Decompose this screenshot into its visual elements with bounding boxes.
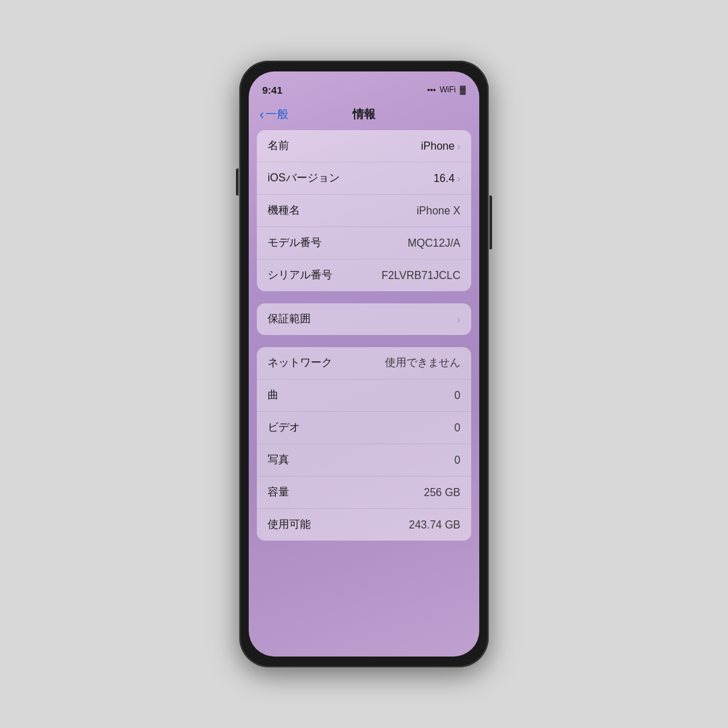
row-value-network: 使用できません	[385, 356, 460, 370]
row-value-name: iPhone ›	[421, 140, 461, 152]
chevron-right-icon: ›	[457, 173, 460, 184]
status-icons: ▪▪▪ WiFi ▓	[427, 85, 466, 94]
row-value-capacity: 256 GB	[424, 487, 460, 499]
wifi-icon: WiFi	[439, 85, 456, 94]
row-value-videos: 0	[454, 422, 460, 434]
row-value-available: 243.74 GB	[409, 519, 461, 531]
back-chevron-icon: ‹	[260, 107, 264, 122]
battery-icon: ▓	[460, 85, 466, 94]
table-row: ビデオ 0	[257, 412, 471, 444]
table-row[interactable]: 名前 iPhone ›	[257, 130, 471, 162]
table-row[interactable]: 保証範囲 ›	[257, 303, 471, 335]
row-label-ios: iOSバージョン	[268, 171, 340, 185]
phone-screen: 9:41 ▪▪▪ WiFi ▓ ‹ 一般 情報 名前 iPhone	[249, 71, 479, 657]
chevron-right-icon: ›	[457, 314, 460, 325]
table-row: シリアル番号 F2LVRB71JCLC	[257, 260, 471, 291]
row-label-songs: 曲	[268, 388, 278, 402]
status-bar: 9:41 ▪▪▪ WiFi ▓	[249, 71, 479, 101]
signal-icon: ▪▪▪	[427, 85, 435, 94]
row-label-name: 名前	[268, 139, 289, 153]
table-row: 機種名 iPhone X	[257, 195, 471, 227]
table-row: 曲 0	[257, 380, 471, 412]
table-row: 容量 256 GB	[257, 477, 471, 509]
row-label-network: ネットワーク	[268, 356, 332, 370]
row-label-warranty: 保証範囲	[268, 312, 311, 326]
phone-frame: 9:41 ▪▪▪ WiFi ▓ ‹ 一般 情報 名前 iPhone	[239, 61, 489, 667]
row-label-serial: シリアル番号	[268, 268, 332, 282]
row-value-warranty: ›	[457, 314, 460, 325]
back-label: 一般	[266, 107, 289, 122]
status-time: 9:41	[262, 84, 282, 96]
row-label-capacity: 容量	[268, 485, 289, 499]
row-value-songs: 0	[454, 390, 460, 402]
warranty-section: 保証範囲 ›	[257, 303, 471, 335]
back-button[interactable]: ‹ 一般	[260, 107, 289, 122]
storage-section: ネットワーク 使用できません 曲 0 ビデオ 0	[257, 347, 471, 541]
content-area: 名前 iPhone › iOSバージョン 16.4 › 機種名	[249, 130, 479, 657]
row-label-videos: ビデオ	[268, 421, 300, 435]
row-label-model-name: 機種名	[268, 204, 300, 218]
row-value-photos: 0	[454, 454, 460, 466]
row-value-model-number: MQC12J/A	[408, 237, 460, 249]
row-value-serial: F2LVRB71JCLC	[382, 270, 460, 282]
table-row: 写真 0	[257, 444, 471, 477]
row-value-ios: 16.4 ›	[433, 173, 460, 185]
chevron-right-icon: ›	[457, 141, 460, 152]
identity-section: 名前 iPhone › iOSバージョン 16.4 › 機種名	[257, 130, 471, 291]
row-value-model-name: iPhone X	[417, 205, 460, 217]
table-row: 使用可能 243.74 GB	[257, 509, 471, 541]
nav-bar: ‹ 一般 情報	[249, 101, 479, 130]
row-label-model-number: モデル番号	[268, 236, 322, 250]
page-title: 情報	[353, 107, 375, 122]
table-row[interactable]: iOSバージョン 16.4 ›	[257, 162, 471, 195]
table-row: モデル番号 MQC12J/A	[257, 227, 471, 260]
table-row: ネットワーク 使用できません	[257, 347, 471, 380]
row-label-photos: 写真	[268, 453, 289, 467]
row-label-available: 使用可能	[268, 518, 311, 532]
